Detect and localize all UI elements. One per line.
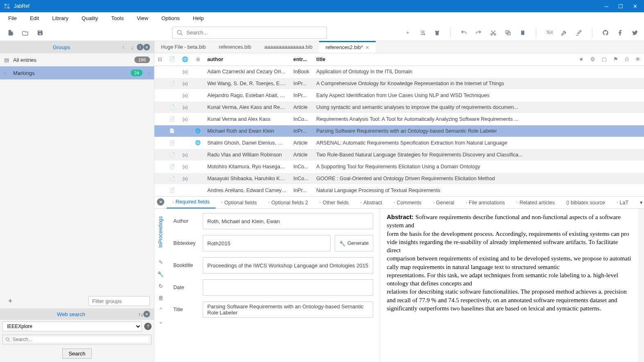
col-author[interactable]: author	[204, 53, 290, 66]
close-tab-icon[interactable]: ✕	[365, 45, 369, 50]
delete-entry-icon[interactable]: 🗑	[158, 295, 163, 301]
table-row[interactable]: 📄{x}Kunal Verma and Alex KassInCo...Requ…	[154, 113, 644, 125]
expand-chevron-icon[interactable]: ›	[148, 70, 150, 76]
redo-icon[interactable]	[474, 29, 483, 37]
entry-tab-abstract[interactable]: ▫Abstract	[354, 197, 388, 209]
cut-icon[interactable]	[489, 29, 497, 37]
menu-library[interactable]: Library	[52, 15, 68, 21]
library-tab-2[interactable]: aaaaaaaaaaaaaa.bib	[258, 41, 319, 53]
edit-icon[interactable]: ✎	[159, 259, 163, 265]
menu-view[interactable]: View	[137, 15, 148, 21]
menu-options[interactable]: Options	[161, 15, 180, 21]
bibtexkey-field[interactable]: Roth2015	[203, 235, 331, 251]
open-folder-icon[interactable]	[21, 29, 29, 37]
menu-file[interactable]: File	[8, 15, 17, 21]
table-row[interactable]: 📄🌐Michael Roth and Ewan KleinInPr...Pars…	[154, 125, 644, 137]
library-tab-3[interactable]: references2.bib*✕	[319, 41, 376, 53]
filter-groups-input[interactable]	[88, 296, 150, 306]
close-websearch-icon[interactable]: ✕	[143, 311, 150, 317]
table-row[interactable]: {x}Alejandro Rago, Esteban Abait, Cla...…	[154, 89, 644, 101]
add-group-button[interactable]: +	[4, 297, 16, 305]
menu-tools[interactable]: Tools	[111, 15, 124, 21]
col-star[interactable]: ★	[576, 53, 587, 66]
minimize-button[interactable]: ─	[605, 3, 608, 9]
delete-icon[interactable]	[433, 29, 441, 37]
date-field[interactable]	[203, 279, 373, 296]
col-eye[interactable]: 👁	[632, 53, 644, 66]
author-field[interactable]: Roth, Michael and Klein, Ewan	[203, 213, 373, 229]
more-tabs-icon[interactable]: ▾	[634, 197, 644, 209]
arrow-up-icon[interactable]: ↑	[119, 44, 128, 50]
entry-tab-related-articles[interactable]: ▫Related articles	[511, 197, 561, 209]
col-web[interactable]: ⊕	[192, 53, 204, 66]
add-entry-icon[interactable]: +	[404, 29, 412, 37]
generate-key-button[interactable]: 🔧 Generate	[335, 235, 373, 251]
up-icon[interactable]: ⌃	[159, 307, 163, 313]
entry-tab-optional-fields[interactable]: ▫Optional fields	[215, 197, 263, 209]
twitter-icon[interactable]	[631, 29, 639, 37]
websearch-input[interactable]	[13, 337, 149, 342]
close-entry-panel-icon[interactable]: ✕	[157, 198, 164, 206]
title-field[interactable]: Parsing Software Requirements with an On…	[203, 301, 373, 318]
entry-tab-required-fields[interactable]: ▫Required fields	[167, 197, 215, 209]
col-file[interactable]: 📄	[166, 53, 179, 66]
group-markings[interactable]: › Markings 24 ›	[0, 66, 154, 79]
col-print[interactable]: ⎙	[621, 53, 632, 66]
wrench-icon[interactable]	[560, 29, 568, 37]
paste-icon[interactable]	[519, 29, 527, 37]
arrow-down-icon[interactable]: ↓	[128, 44, 137, 50]
col-screen[interactable]: ▢	[599, 53, 610, 66]
group-all-entries[interactable]: ▤ All entries 186	[0, 53, 154, 66]
table-row[interactable]: 📄{x}Kunal Verma, Alex Kass and Reymo...A…	[154, 101, 644, 113]
search-box[interactable]	[172, 27, 327, 39]
table-row[interactable]: 📄{x}Motohiro Kitamura, Ryo Hasegawa,...I…	[154, 161, 644, 172]
table-row[interactable]: 📄Andres Arellano, Edward Carney an...InP…	[154, 184, 644, 196]
save-icon[interactable]	[36, 29, 44, 37]
table-row[interactable]: 📄🌐Shalini Ghosh, Daniel Elenius, Wenc...…	[154, 137, 644, 149]
entry-type-label[interactable]: InProceedings	[158, 214, 163, 250]
entry-tab-other-fields[interactable]: ▫Other fields	[314, 197, 354, 209]
maximize-button[interactable]: ☐	[618, 3, 623, 9]
library-tab-1[interactable]: references.bib	[212, 41, 258, 53]
copy-icon[interactable]	[504, 29, 512, 37]
entry-tab-optional-fields-2[interactable]: ▫Optional fields 2	[263, 197, 314, 209]
col-title[interactable]: title	[313, 53, 576, 66]
entry-tab-comments[interactable]: ▫Comments	[388, 197, 427, 209]
booktitle-field[interactable]: Proceedings of the IWCS Workshop Languag…	[203, 257, 373, 274]
entry-tab-lat[interactable]: ▫LaT	[611, 197, 634, 209]
brush-icon[interactable]	[575, 29, 583, 37]
menu-edit[interactable]: Edit	[30, 15, 39, 21]
github-icon[interactable]	[601, 29, 610, 37]
tex-icon[interactable]: TEX	[545, 29, 553, 37]
magic-icon[interactable]: 🔧	[157, 271, 164, 277]
close-button[interactable]: ✕	[633, 3, 637, 9]
help-icon[interactable]: ?	[144, 323, 152, 330]
refresh-icon[interactable]: ↻	[159, 283, 163, 289]
entry-tab-general[interactable]: ▫General	[427, 197, 460, 209]
table-row[interactable]: 📄{x}Masayuki Shibaoka, Haruhiko Kaiya...…	[154, 172, 644, 184]
entry-tab-biblatex-source[interactable]: {}biblatex source	[560, 197, 611, 209]
col-id[interactable]: 🌐	[179, 53, 192, 66]
search-input[interactable]	[186, 29, 322, 36]
scrollbar[interactable]	[638, 209, 644, 362]
table-row[interactable]: 📄{x}Radu Vlas and William RobinsonArticl…	[154, 149, 644, 161]
menu-help[interactable]: Help	[193, 15, 204, 21]
facebook-icon[interactable]	[616, 29, 624, 37]
table-row[interactable]: {x}Adam Czarnecki and Cezary OrłowskiInB…	[154, 66, 644, 77]
col-entrytype[interactable]: entr...	[290, 53, 313, 66]
websearch-button[interactable]: Search	[62, 348, 91, 359]
table-row[interactable]: 📄{x}Wei Wang, S. De, R. Toenjes, E. Ree.…	[154, 77, 644, 89]
info-icon[interactable]: i	[137, 44, 143, 50]
websearch-source-select[interactable]: IEEEXplore	[2, 321, 142, 331]
col-expand[interactable]: ⊟	[154, 53, 166, 66]
col-gear[interactable]: ⚙	[587, 53, 599, 66]
undo-icon[interactable]	[460, 29, 468, 37]
library-tab-0[interactable]: Huge File - beta.bib	[154, 41, 212, 53]
menu-quality[interactable]: Quality	[82, 15, 98, 21]
entry-tab-file-annotations[interactable]: ▫File annotations	[460, 197, 511, 209]
down-icon[interactable]: ⌄	[159, 319, 163, 325]
add-list-icon[interactable]	[418, 29, 426, 37]
close-groups-icon[interactable]: ✕	[143, 44, 150, 50]
col-flag[interactable]: ⚑	[610, 53, 621, 66]
new-file-icon[interactable]: +	[7, 29, 15, 37]
